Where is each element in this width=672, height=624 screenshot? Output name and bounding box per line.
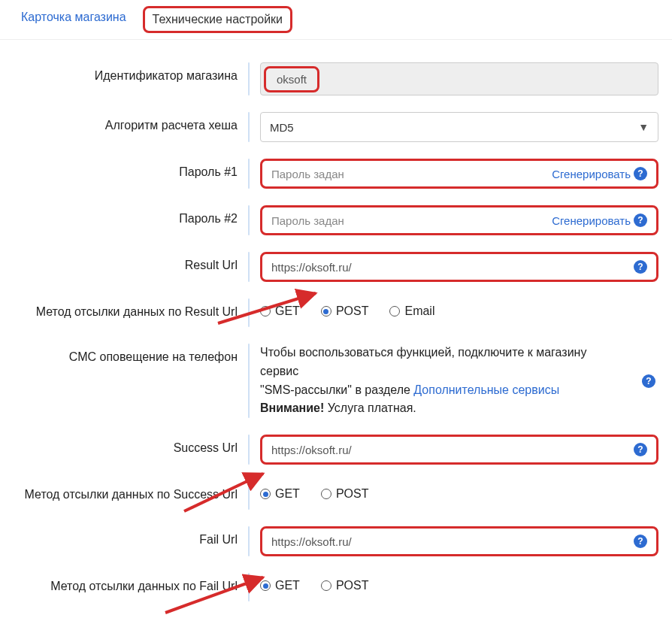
additional-services-link[interactable]: Дополнительные сервисы (413, 383, 559, 396)
row-password2: Пароль #2 Пароль задан Сгенерировать ? (0, 205, 672, 235)
result-url-input[interactable]: https://oksoft.ru/ ? (260, 252, 658, 282)
label-password2: Пароль #2 (0, 205, 248, 227)
label-identifier: Идентификатор магазина (0, 62, 248, 84)
label-fail-method: Метод отсылки данных по Fail Url (0, 573, 248, 595)
radio-result-post[interactable]: POST (321, 304, 369, 318)
label-fail-url: Fail Url (0, 526, 248, 548)
fail-url-input[interactable]: https://oksoft.ru/ ? (260, 526, 658, 556)
help-icon[interactable]: ? (634, 535, 647, 548)
success-url-value: https://oksoft.ru/ (271, 444, 634, 456)
radio-fail-post[interactable]: POST (321, 579, 369, 592)
help-icon[interactable]: ? (642, 374, 655, 388)
radio-success-get[interactable]: GET (260, 487, 300, 501)
tab-store-card[interactable]: Карточка магазина (14, 6, 134, 33)
radio-success-post[interactable]: POST (321, 487, 369, 501)
generate-password1-link[interactable]: Сгенерировать (552, 168, 631, 180)
hash-value: MD5 (270, 121, 294, 134)
row-result-url: Result Url https://oksoft.ru/ ? (0, 252, 672, 282)
row-hash: Алгоритм расчета хеша MD5 ▼ (0, 112, 672, 142)
label-result-url: Result Url (0, 252, 248, 274)
label-success-method: Метод отсылки данных по Success Url (0, 481, 248, 503)
password2-placeholder: Пароль задан (271, 214, 552, 227)
radio-fail-get[interactable]: GET (260, 579, 300, 592)
generate-password2-link[interactable]: Сгенерировать (552, 214, 631, 227)
row-fail-url: Fail Url https://oksoft.ru/ ? (0, 526, 672, 556)
identifier-value: oksoft (264, 66, 319, 92)
hash-select[interactable]: MD5 ▼ (260, 112, 658, 142)
radio-result-email[interactable]: Email (389, 304, 434, 318)
help-icon[interactable]: ? (634, 214, 647, 227)
sms-notice-text: Чтобы воспользоваться функцией, подключи… (260, 344, 658, 418)
password1-placeholder: Пароль задан (271, 168, 552, 180)
identifier-field: oksoft (260, 62, 658, 95)
label-success-url: Success Url (0, 435, 248, 456)
result-url-value: https://oksoft.ru/ (271, 261, 634, 274)
success-url-input[interactable]: https://oksoft.ru/ ? (260, 435, 658, 465)
settings-form: Идентификатор магазина oksoft Алгоритм р… (0, 40, 672, 601)
tabs-bar: Карточка магазина Технические настройки (0, 0, 672, 40)
help-icon[interactable]: ? (634, 443, 647, 456)
label-hash: Алгоритм расчета хеша (0, 112, 248, 134)
password1-input[interactable]: Пароль задан Сгенерировать ? (260, 159, 658, 189)
password2-input[interactable]: Пароль задан Сгенерировать ? (260, 205, 658, 235)
row-sms: СМС оповещение на телефон Чтобы воспольз… (0, 344, 672, 418)
radio-result-get[interactable]: GET (260, 304, 300, 318)
tab-technical-settings[interactable]: Технические настройки (143, 6, 292, 33)
help-icon[interactable]: ? (634, 167, 647, 180)
row-password1: Пароль #1 Пароль задан Сгенерировать ? (0, 159, 672, 189)
label-result-method: Метод отсылки данных по Result Url (0, 298, 248, 320)
row-fail-method: Метод отсылки данных по Fail Url GET POS… (0, 573, 672, 601)
row-success-url: Success Url https://oksoft.ru/ ? (0, 435, 672, 465)
label-password1: Пароль #1 (0, 159, 248, 180)
row-result-method: Метод отсылки данных по Result Url GET P… (0, 298, 672, 327)
label-sms: СМС оповещение на телефон (0, 344, 248, 365)
fail-url-value: https://oksoft.ru/ (271, 535, 634, 548)
row-identifier: Идентификатор магазина oksoft (0, 62, 672, 95)
help-icon[interactable]: ? (634, 260, 647, 274)
chevron-down-icon: ▼ (638, 121, 649, 133)
row-success-method: Метод отсылки данных по Success Url GET … (0, 481, 672, 510)
